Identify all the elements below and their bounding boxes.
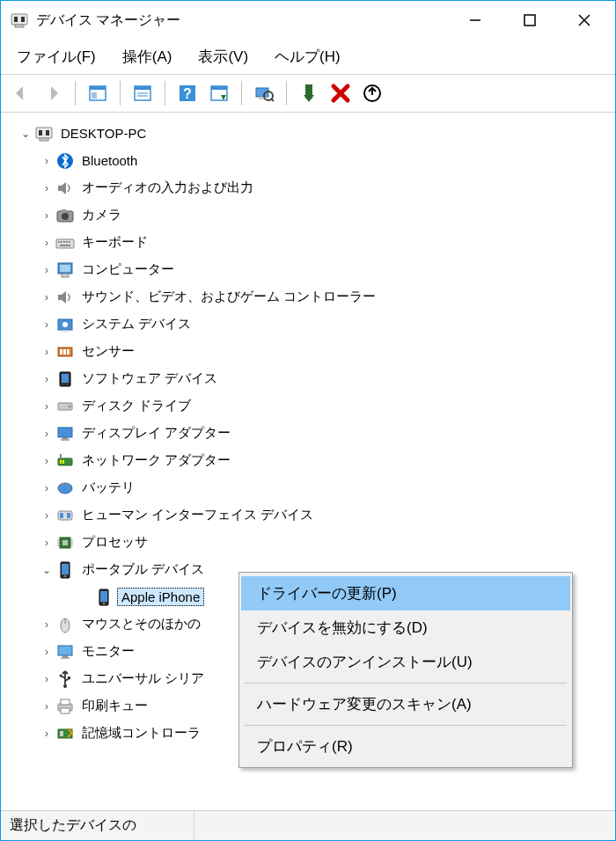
tree-item[interactable]: ›キーボード [4, 229, 615, 256]
context-menu-item[interactable]: プロパティ(R) [241, 729, 570, 764]
tree-item-label: モニター [78, 642, 138, 661]
svg-rect-42 [62, 274, 69, 277]
menu-help[interactable]: ヘルプ(H) [269, 45, 346, 69]
menu-action[interactable]: 操作(A) [117, 45, 178, 69]
expander-icon[interactable]: › [38, 318, 55, 331]
menubar: ファイル(F) 操作(A) 表示(V) ヘルプ(H) [1, 40, 615, 74]
expander-icon[interactable]: › [38, 482, 55, 494]
tree-item-label: ポータブル デバイス [78, 560, 208, 579]
expander-icon[interactable]: › [38, 400, 55, 413]
expander-icon[interactable]: › [38, 182, 55, 194]
tree-item[interactable]: ›Bluetooth [4, 147, 615, 174]
tree-item[interactable]: ›オーディオの入力および出力 [4, 174, 615, 201]
context-menu-item[interactable]: ドライバーの更新(P) [241, 576, 570, 611]
actions-button[interactable] [204, 78, 234, 108]
expander-icon[interactable]: › [38, 237, 55, 249]
svg-rect-76 [62, 564, 69, 574]
enable-device-button[interactable] [294, 78, 324, 108]
expander-icon[interactable]: › [38, 209, 55, 222]
expander-icon[interactable]: › [38, 264, 55, 276]
svg-rect-59 [60, 460, 62, 464]
svg-point-86 [60, 674, 62, 676]
svg-rect-26 [39, 130, 42, 135]
help-button[interactable]: ? [172, 78, 202, 108]
context-menu: ドライバーの更新(P)デバイスを無効にする(D)デバイスのアンインストール(U)… [238, 572, 573, 768]
context-menu-item[interactable]: デバイスのアンインストール(U) [241, 645, 570, 679]
expander-icon[interactable]: › [38, 700, 55, 713]
tree-item[interactable]: ›プロセッサ [4, 529, 615, 556]
uninstall-button[interactable] [326, 78, 356, 108]
svg-rect-91 [61, 708, 70, 713]
tree-item[interactable]: ›ディスプレイ アダプター [4, 420, 615, 447]
maximize-button[interactable] [502, 3, 557, 38]
expander-icon[interactable]: › [38, 373, 55, 385]
svg-rect-85 [61, 657, 70, 659]
context-menu-item[interactable]: ハードウェア変更のスキャン(A) [241, 687, 570, 721]
portable-icon [55, 560, 75, 580]
svg-rect-0 [11, 14, 27, 25]
menu-view[interactable]: 表示(V) [193, 45, 253, 69]
expander-icon[interactable]: ⌄ [38, 564, 55, 576]
tree-item[interactable]: ›コンピューター [4, 256, 615, 283]
forward-button[interactable] [38, 78, 68, 108]
menu-separator [245, 683, 567, 684]
properties-button[interactable] [128, 78, 158, 108]
tree-item-label: バッテリ [78, 479, 138, 497]
svg-point-31 [62, 213, 69, 220]
svg-point-61 [58, 483, 72, 494]
tree-item-label: ネットワーク アダプター [78, 451, 234, 470]
minimize-button[interactable] [448, 3, 502, 38]
computer-icon [55, 260, 75, 280]
expander-icon[interactable]: › [38, 646, 55, 658]
menu-file[interactable]: ファイル(F) [11, 45, 101, 69]
expander-icon[interactable]: › [38, 291, 55, 303]
tree-item-label: 印刷キュー [78, 697, 151, 715]
portable-icon [94, 588, 114, 607]
svg-rect-38 [69, 241, 70, 243]
expander-icon[interactable]: › [38, 728, 55, 740]
tree-item[interactable]: ›サウンド、ビデオ、およびゲーム コントローラー [4, 283, 615, 311]
svg-rect-84 [62, 655, 68, 657]
tree-item[interactable]: ›ネットワーク アダプター [4, 447, 615, 474]
scan-hardware-button[interactable] [249, 78, 279, 108]
context-menu-item[interactable]: デバイスを無効にする(D) [241, 611, 570, 645]
close-button[interactable] [557, 3, 612, 38]
tree-item[interactable]: ›ヒューマン インターフェイス デバイス [4, 501, 615, 529]
expander-icon[interactable]: › [38, 618, 55, 631]
tree-item-label: ディスク ドライブ [78, 397, 194, 415]
tree-item[interactable]: ›バッテリ [4, 474, 615, 501]
tree-item-label: プロセッサ [78, 533, 151, 552]
expander-icon[interactable]: › [38, 455, 55, 467]
back-button[interactable] [6, 78, 36, 108]
window-title: デバイス マネージャー [36, 11, 448, 30]
app-icon [10, 11, 29, 30]
device-tree[interactable]: ⌄ DESKTOP-PC ›Bluetooth›オーディオの入力および出力›カメ… [1, 113, 615, 810]
expander-icon[interactable]: › [38, 428, 55, 440]
expander-icon[interactable]: › [38, 673, 55, 685]
tree-item[interactable]: ›カメラ [4, 201, 615, 229]
expander-icon[interactable]: › [38, 346, 55, 358]
svg-point-53 [69, 405, 71, 407]
svg-rect-39 [60, 245, 70, 246]
tree-item-label: ユニバーサル シリア [78, 669, 208, 688]
titlebar: デバイス マネージャー [1, 1, 615, 40]
svg-rect-33 [56, 239, 74, 248]
tree-item-label: ソフトウェア デバイス [78, 369, 221, 388]
expander-icon[interactable]: › [38, 155, 55, 167]
tree-item[interactable]: ›ディスク ドライブ [4, 392, 615, 420]
tree-root[interactable]: ⌄ DESKTOP-PC [4, 120, 615, 147]
tree-item[interactable]: ›ソフトウェア デバイス [4, 365, 615, 392]
sensor-icon [55, 342, 75, 362]
tree-item[interactable]: ›センサー [4, 338, 615, 365]
disk-icon [55, 397, 75, 416]
monitor-icon [55, 642, 75, 662]
expander-icon[interactable]: › [38, 537, 55, 549]
expander-icon[interactable]: › [38, 509, 55, 522]
tree-item-label: Apple iPhone [117, 588, 204, 606]
expander-icon[interactable]: ⌄ [17, 128, 34, 140]
show-hide-console-button[interactable] [83, 78, 113, 108]
tree-item-label: ディスプレイ アダプター [78, 424, 234, 442]
tree-item[interactable]: ›システム デバイス [4, 311, 615, 338]
update-driver-button[interactable] [357, 78, 387, 108]
svg-rect-65 [60, 513, 63, 518]
